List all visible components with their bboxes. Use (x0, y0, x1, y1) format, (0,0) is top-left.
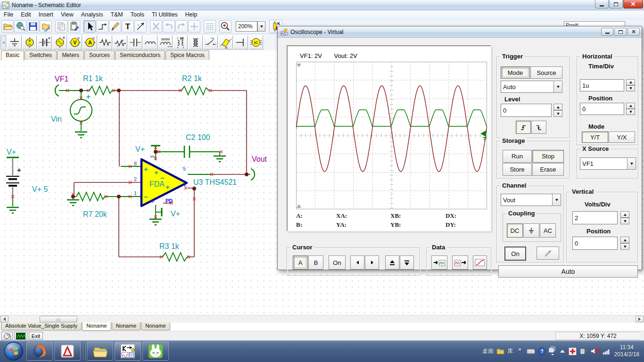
transformer-component-button[interactable] (188, 35, 203, 49)
cursor-left-button[interactable] (350, 255, 364, 270)
cursor-right-button[interactable] (365, 255, 379, 270)
component-tab-spice-macros[interactable]: Spice Macros (165, 50, 209, 60)
tray-chevron[interactable]: » (518, 346, 521, 353)
wire-tool-button[interactable] (96, 20, 108, 33)
cursor-up-button[interactable] (385, 255, 399, 270)
component-tab-sources[interactable]: Sources (84, 50, 115, 60)
taskbar-firefox-button[interactable] (26, 342, 53, 361)
inductor-component-button[interactable] (143, 35, 157, 49)
close-button[interactable]: ✕ (623, 0, 643, 8)
menu-tools[interactable]: Tools (127, 11, 148, 18)
help-icon[interactable]: ? (538, 347, 546, 355)
capacitor-component-button[interactable] (128, 35, 142, 49)
h-position-field[interactable]: 0 (580, 103, 624, 115)
save-file-button[interactable] (27, 20, 39, 33)
trigger-level-field[interactable]: 0 (501, 104, 552, 117)
thyristor-component-button[interactable] (218, 35, 233, 49)
network-signal-icon[interactable] (603, 348, 610, 355)
cursor-down-button[interactable] (400, 255, 414, 270)
sheet-tab-3[interactable]: Noname (141, 322, 170, 330)
potentiometer-component-button[interactable] (113, 35, 127, 49)
storage-run-button[interactable]: Run (503, 150, 532, 163)
coupled-inductors-component-button[interactable]: M (173, 35, 188, 49)
scroll-thumb[interactable]: ||| (40, 316, 77, 322)
palette-scroll-left[interactable]: ◄ (0, 35, 6, 49)
trigger-mode-select[interactable]: Auto (501, 81, 562, 93)
component-tab-switches[interactable]: Switches (25, 50, 57, 60)
channel-dropdown-arrow[interactable] (552, 194, 561, 206)
library-label[interactable]: 库 (507, 347, 513, 355)
coupling-ac-button[interactable]: AC (540, 223, 556, 238)
exit-button[interactable]: Exit (29, 332, 43, 340)
storage-store-button[interactable]: Store (503, 163, 532, 176)
ammeter-component-button[interactable]: A (83, 35, 97, 49)
keyboard-icon[interactable] (527, 347, 535, 355)
menu-analysis[interactable]: Analysis (77, 11, 107, 18)
clock[interactable]: 11:34 2014/2/18 (614, 344, 639, 358)
menu-file[interactable]: File (0, 11, 17, 18)
cursor-on-button[interactable]: On (329, 255, 346, 270)
import-file-button[interactable] (40, 20, 52, 33)
menu-view[interactable]: View (57, 11, 77, 18)
storage-erase-button[interactable]: Erase (532, 163, 564, 176)
voltmeter-component-button[interactable]: V (67, 35, 82, 49)
restore-button[interactable] (609, 0, 623, 8)
search-web-button[interactable] (14, 20, 26, 33)
trigger-rising-edge-button[interactable] (516, 121, 531, 134)
scroll-right-arrow[interactable] (636, 316, 644, 322)
trigger-mode-button[interactable]: Mode (501, 66, 530, 79)
main-titlebar[interactable]: Noname - Schematic Editor ✕ (0, 0, 644, 10)
coupling-ground-button[interactable] (523, 223, 539, 238)
probe-button[interactable] (537, 247, 559, 260)
menu-edit[interactable]: Edit (17, 11, 35, 18)
xsource-select[interactable]: VF1 (580, 157, 636, 170)
zoom-dropdown-arrow[interactable] (257, 21, 265, 32)
meter-tool-button[interactable] (1, 332, 13, 340)
switch-component-button[interactable] (203, 35, 218, 49)
resistor-component-button[interactable] (98, 35, 112, 49)
voltage-generator-component-button[interactable] (52, 35, 67, 49)
minimize-button[interactable] (595, 0, 609, 8)
voltsdiv-field[interactable]: 2 (572, 211, 618, 224)
v-position-spinner[interactable] (620, 237, 629, 250)
sheet-tab-1[interactable]: Noname (82, 322, 111, 331)
horizontal-scrollbar[interactable]: ||| (0, 315, 644, 322)
trigger-level-spinner[interactable] (553, 104, 562, 117)
show-hidden-icons[interactable] (559, 349, 566, 354)
scroll-left-arrow[interactable] (0, 316, 8, 322)
data-import-button[interactable] (431, 255, 447, 270)
channel-select[interactable]: Vout (501, 194, 561, 206)
mode-yx-button[interactable]: Y/X (609, 132, 635, 143)
menu-t-m[interactable]: T&M (107, 11, 126, 18)
select-cursor-button[interactable] (83, 20, 96, 33)
cursor-a-button[interactable]: A (293, 255, 308, 270)
scope-close-button[interactable]: ✕ (627, 28, 640, 36)
library-folder-icon[interactable] (496, 348, 504, 354)
taskbar-adobe-reader-button[interactable] (54, 342, 81, 361)
pencil-tool-button[interactable] (109, 20, 121, 33)
grid-toggle-button[interactable] (204, 20, 216, 33)
menu-insert[interactable]: Insert (35, 11, 57, 18)
terminal-component-button[interactable] (233, 35, 248, 49)
trigger-mode-dropdown-arrow[interactable] (553, 81, 562, 93)
sheet-tab-0[interactable]: Absolute Value_Single Supply (1, 322, 82, 330)
start-button[interactable] (4, 341, 24, 361)
paste-button[interactable] (68, 20, 80, 33)
storage-stop-button[interactable]: Stop (532, 150, 564, 163)
ground-component-button[interactable] (7, 35, 22, 49)
volume-muted-icon[interactable] (591, 347, 600, 355)
zoom-in-button[interactable] (219, 20, 231, 33)
mode-yt-button[interactable]: Y/T (582, 132, 608, 143)
crosshair-button[interactable] (188, 20, 200, 33)
zoom-level-select[interactable]: 200% (236, 21, 265, 32)
menu-help[interactable]: Help (182, 11, 201, 18)
desktop-toolbar-label[interactable]: 桌面 (482, 347, 494, 355)
inductor-core-component-button[interactable] (158, 35, 173, 49)
scope-minimize-button[interactable] (601, 28, 613, 36)
auto-button[interactable]: Auto (498, 265, 638, 278)
cursor-b-button[interactable]: B (308, 255, 323, 270)
component-tab-meters[interactable]: Meters (57, 50, 84, 60)
xsource-dropdown-arrow[interactable] (627, 157, 636, 170)
sheet-tab-2[interactable]: Noname (112, 322, 140, 330)
battery-component-button[interactable] (37, 35, 52, 49)
